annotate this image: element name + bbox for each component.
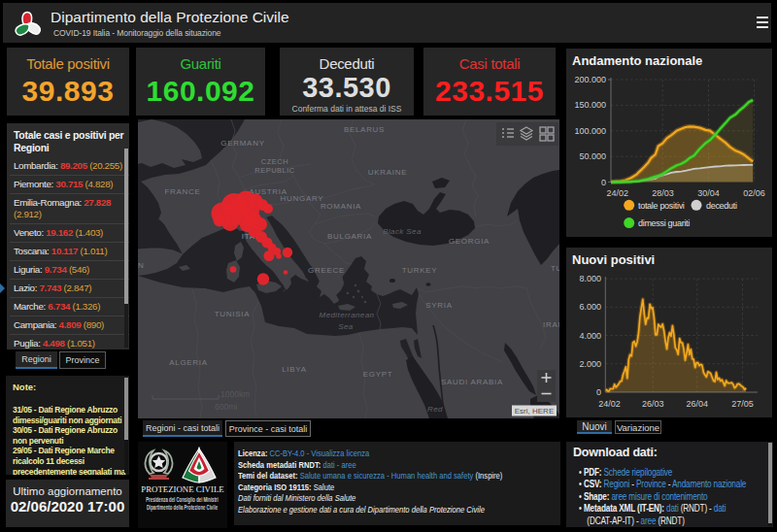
svg-text:0: 0 (601, 178, 606, 187)
svg-text:4.000: 4.000 (579, 331, 601, 341)
svg-text:TU: TU (551, 264, 559, 273)
svg-text:6.000: 6.000 (579, 302, 601, 312)
svg-text:200.000: 200.000 (574, 75, 606, 84)
svg-text:TURKEY: TURKEY (402, 266, 438, 275)
svg-text:deceduti: deceduti (706, 201, 737, 211)
svg-text:Esri, HERE: Esri, HERE (515, 407, 554, 416)
svg-text:BELARUS: BELARUS (344, 125, 385, 134)
svg-text:SPAIN: SPAIN (138, 261, 144, 270)
svg-text:02/06: 02/06 (743, 188, 765, 198)
svg-text:24/02: 24/02 (606, 188, 628, 198)
svg-text:Mediterranean: Mediterranean (320, 311, 375, 319)
svg-text:SYRIA: SYRIA (425, 301, 453, 310)
svg-text:LIBYA: LIBYA (282, 365, 307, 374)
svg-text:ALGERIA: ALGERIA (169, 358, 208, 367)
svg-text:600mi: 600mi (215, 402, 237, 412)
svg-text:Black Sea: Black Sea (383, 227, 422, 236)
svg-text:GEORGIA: GEORGIA (449, 237, 490, 246)
svg-text:28/03: 28/03 (652, 188, 674, 198)
svg-text:Sea: Sea (338, 322, 354, 331)
svg-text:0: 0 (596, 387, 601, 397)
svg-text:24/02: 24/02 (598, 399, 621, 409)
svg-text:Red: Red (427, 405, 443, 414)
svg-text:GERMANY: GERMANY (220, 139, 264, 148)
svg-text:BULGARIA: BULGARIA (327, 232, 372, 241)
svg-text:FRANCE: FRANCE (164, 187, 200, 196)
svg-text:26/03: 26/03 (642, 399, 664, 409)
svg-text:totale positivi: totale positivi (638, 201, 685, 211)
svg-text:EGYPT: EGYPT (363, 370, 393, 379)
svg-text:CZECH: CZECH (261, 157, 288, 166)
svg-text:8.000: 8.000 (579, 274, 601, 283)
svg-text:1000km: 1000km (220, 389, 250, 399)
svg-text:30/04: 30/04 (697, 188, 720, 198)
svg-text:2.000: 2.000 (579, 359, 601, 369)
svg-text:dimessi guariti: dimessi guariti (638, 218, 690, 228)
svg-text:UKRAINE: UKRAINE (368, 168, 407, 177)
svg-text:SAUDI ARABIA: SAUDI ARABIA (441, 378, 503, 386)
svg-text:TUNISIA: TUNISIA (215, 310, 250, 318)
svg-text:50.000: 50.000 (579, 151, 606, 161)
svg-text:27/05: 27/05 (731, 399, 754, 409)
svg-text:ROMANIA: ROMANIA (321, 202, 361, 211)
svg-text:REPUBLIC: REPUBLIC (254, 166, 295, 175)
svg-text:100.000: 100.000 (574, 126, 606, 136)
svg-text:IRAN: IRAN (543, 320, 559, 329)
svg-text:150.000: 150.000 (574, 100, 606, 110)
svg-text:26/04: 26/04 (687, 399, 709, 409)
svg-text:HUNGARY: HUNGARY (281, 194, 324, 203)
svg-text:GREECE: GREECE (308, 266, 345, 275)
